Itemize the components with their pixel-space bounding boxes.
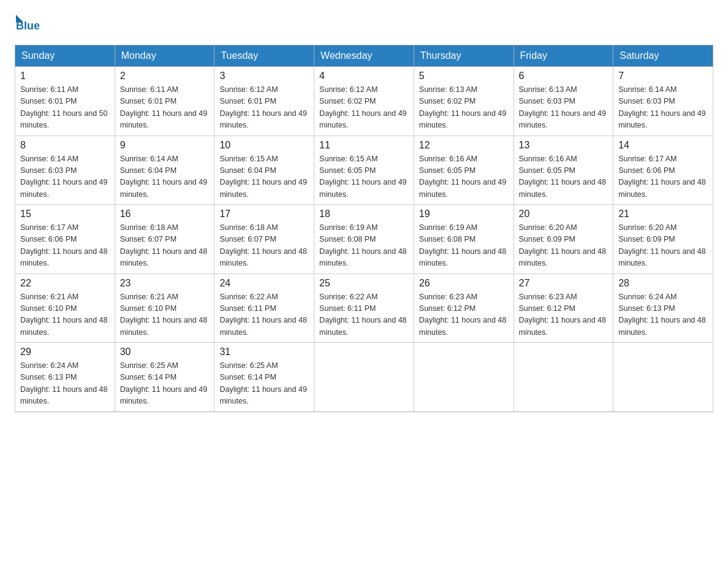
day-info: Sunrise: 6:17 AM Sunset: 6:06 PM Dayligh… — [20, 222, 110, 270]
day-of-week-header: Friday — [514, 45, 613, 67]
day-number: 18 — [319, 209, 409, 220]
day-info: Sunrise: 6:14 AM Sunset: 6:03 PM Dayligh… — [618, 84, 708, 132]
day-number: 13 — [519, 140, 609, 151]
day-number: 6 — [519, 71, 609, 82]
day-number: 31 — [219, 347, 309, 358]
day-info: Sunrise: 6:13 AM Sunset: 6:03 PM Dayligh… — [519, 84, 609, 132]
day-info: Sunrise: 6:12 AM Sunset: 6:01 PM Dayligh… — [219, 84, 309, 132]
day-number: 9 — [120, 140, 210, 151]
day-info: Sunrise: 6:11 AM Sunset: 6:01 PM Dayligh… — [120, 84, 210, 132]
day-info: Sunrise: 6:19 AM Sunset: 6:08 PM Dayligh… — [419, 222, 509, 270]
calendar-day-cell: 29 Sunrise: 6:24 AM Sunset: 6:13 PM Dayl… — [15, 343, 115, 412]
day-number: 28 — [618, 278, 708, 289]
calendar-day-cell: 25 Sunrise: 6:22 AM Sunset: 6:11 PM Dayl… — [314, 274, 414, 343]
day-number: 1 — [20, 71, 110, 82]
calendar-day-cell — [613, 343, 713, 412]
day-of-week-header: Tuesday — [214, 45, 314, 67]
calendar-week-row: 15 Sunrise: 6:17 AM Sunset: 6:06 PM Dayl… — [15, 205, 713, 274]
day-info: Sunrise: 6:19 AM Sunset: 6:08 PM Dayligh… — [319, 222, 409, 270]
day-info: Sunrise: 6:15 AM Sunset: 6:05 PM Dayligh… — [319, 153, 409, 201]
day-info: Sunrise: 6:21 AM Sunset: 6:10 PM Dayligh… — [120, 291, 210, 339]
calendar-day-cell: 11 Sunrise: 6:15 AM Sunset: 6:05 PM Dayl… — [314, 136, 414, 205]
calendar-day-cell: 31 Sunrise: 6:25 AM Sunset: 6:14 PM Dayl… — [214, 343, 314, 412]
calendar-day-cell: 20 Sunrise: 6:20 AM Sunset: 6:09 PM Dayl… — [514, 205, 613, 274]
day-info: Sunrise: 6:18 AM Sunset: 6:07 PM Dayligh… — [219, 222, 309, 270]
calendar-week-row: 8 Sunrise: 6:14 AM Sunset: 6:03 PM Dayli… — [15, 136, 713, 205]
day-number: 20 — [519, 209, 609, 220]
day-number: 17 — [219, 209, 309, 220]
day-number: 16 — [120, 209, 210, 220]
calendar-day-cell — [314, 343, 414, 412]
day-number: 22 — [20, 278, 110, 289]
day-number: 10 — [219, 140, 309, 151]
calendar-day-cell: 3 Sunrise: 6:12 AM Sunset: 6:01 PM Dayli… — [214, 67, 314, 136]
logo-subtitle: Blue — [16, 20, 40, 33]
calendar-week-row: 22 Sunrise: 6:21 AM Sunset: 6:10 PM Dayl… — [15, 274, 713, 343]
day-info: Sunrise: 6:18 AM Sunset: 6:07 PM Dayligh… — [120, 222, 210, 270]
calendar-day-cell: 28 Sunrise: 6:24 AM Sunset: 6:13 PM Dayl… — [613, 274, 713, 343]
day-info: Sunrise: 6:16 AM Sunset: 6:05 PM Dayligh… — [419, 153, 509, 201]
logo: Blue — [15, 15, 40, 33]
calendar-day-cell — [414, 343, 514, 412]
day-number: 21 — [618, 209, 708, 220]
day-info: Sunrise: 6:20 AM Sunset: 6:09 PM Dayligh… — [618, 222, 708, 270]
day-info: Sunrise: 6:25 AM Sunset: 6:14 PM Dayligh… — [120, 360, 210, 408]
day-info: Sunrise: 6:14 AM Sunset: 6:03 PM Dayligh… — [20, 153, 110, 201]
day-info: Sunrise: 6:24 AM Sunset: 6:13 PM Dayligh… — [618, 291, 708, 339]
calendar-day-cell: 21 Sunrise: 6:20 AM Sunset: 6:09 PM Dayl… — [613, 205, 713, 274]
day-of-week-header: Sunday — [15, 45, 115, 67]
calendar-day-cell: 10 Sunrise: 6:15 AM Sunset: 6:04 PM Dayl… — [214, 136, 314, 205]
day-number: 15 — [20, 209, 110, 220]
calendar-day-cell: 9 Sunrise: 6:14 AM Sunset: 6:04 PM Dayli… — [115, 136, 214, 205]
calendar-day-cell: 13 Sunrise: 6:16 AM Sunset: 6:05 PM Dayl… — [514, 136, 613, 205]
day-info: Sunrise: 6:17 AM Sunset: 6:06 PM Dayligh… — [618, 153, 708, 201]
calendar-day-cell: 18 Sunrise: 6:19 AM Sunset: 6:08 PM Dayl… — [314, 205, 414, 274]
day-of-week-header: Saturday — [613, 45, 713, 67]
calendar-day-cell: 2 Sunrise: 6:11 AM Sunset: 6:01 PM Dayli… — [115, 67, 214, 136]
calendar-day-cell: 30 Sunrise: 6:25 AM Sunset: 6:14 PM Dayl… — [115, 343, 214, 412]
day-of-week-header: Wednesday — [314, 45, 414, 67]
calendar-day-cell: 8 Sunrise: 6:14 AM Sunset: 6:03 PM Dayli… — [15, 136, 115, 205]
calendar-day-cell: 12 Sunrise: 6:16 AM Sunset: 6:05 PM Dayl… — [414, 136, 514, 205]
day-number: 5 — [419, 71, 509, 82]
calendar-week-row: 29 Sunrise: 6:24 AM Sunset: 6:13 PM Dayl… — [15, 343, 713, 412]
day-info: Sunrise: 6:15 AM Sunset: 6:04 PM Dayligh… — [219, 153, 309, 201]
day-number: 12 — [419, 140, 509, 151]
calendar-day-cell: 6 Sunrise: 6:13 AM Sunset: 6:03 PM Dayli… — [514, 67, 613, 136]
day-info: Sunrise: 6:23 AM Sunset: 6:12 PM Dayligh… — [519, 291, 609, 339]
calendar-day-cell: 23 Sunrise: 6:21 AM Sunset: 6:10 PM Dayl… — [115, 274, 214, 343]
day-number: 26 — [419, 278, 509, 289]
calendar-day-cell: 16 Sunrise: 6:18 AM Sunset: 6:07 PM Dayl… — [115, 205, 214, 274]
calendar-week-row: 1 Sunrise: 6:11 AM Sunset: 6:01 PM Dayli… — [15, 67, 713, 136]
calendar-header-row: SundayMondayTuesdayWednesdayThursdayFrid… — [15, 45, 713, 67]
day-info: Sunrise: 6:25 AM Sunset: 6:14 PM Dayligh… — [219, 360, 309, 408]
calendar-day-cell: 17 Sunrise: 6:18 AM Sunset: 6:07 PM Dayl… — [214, 205, 314, 274]
calendar-day-cell: 15 Sunrise: 6:17 AM Sunset: 6:06 PM Dayl… — [15, 205, 115, 274]
calendar-day-cell: 22 Sunrise: 6:21 AM Sunset: 6:10 PM Dayl… — [15, 274, 115, 343]
day-number: 8 — [20, 140, 110, 151]
day-number: 23 — [120, 278, 210, 289]
day-number: 11 — [319, 140, 409, 151]
day-info: Sunrise: 6:20 AM Sunset: 6:09 PM Dayligh… — [519, 222, 609, 270]
calendar-table: SundayMondayTuesdayWednesdayThursdayFrid… — [15, 45, 713, 412]
day-info: Sunrise: 6:16 AM Sunset: 6:05 PM Dayligh… — [519, 153, 609, 201]
day-info: Sunrise: 6:22 AM Sunset: 6:11 PM Dayligh… — [319, 291, 409, 339]
day-info: Sunrise: 6:22 AM Sunset: 6:11 PM Dayligh… — [219, 291, 309, 339]
calendar-day-cell: 4 Sunrise: 6:12 AM Sunset: 6:02 PM Dayli… — [314, 67, 414, 136]
calendar-day-cell: 19 Sunrise: 6:19 AM Sunset: 6:08 PM Dayl… — [414, 205, 514, 274]
calendar-day-cell: 7 Sunrise: 6:14 AM Sunset: 6:03 PM Dayli… — [613, 67, 713, 136]
day-number: 19 — [419, 209, 509, 220]
day-of-week-header: Monday — [115, 45, 214, 67]
day-info: Sunrise: 6:21 AM Sunset: 6:10 PM Dayligh… — [20, 291, 110, 339]
calendar-day-cell: 27 Sunrise: 6:23 AM Sunset: 6:12 PM Dayl… — [514, 274, 613, 343]
day-number: 3 — [219, 71, 309, 82]
day-number: 4 — [319, 71, 409, 82]
day-info: Sunrise: 6:23 AM Sunset: 6:12 PM Dayligh… — [419, 291, 509, 339]
day-number: 25 — [319, 278, 409, 289]
day-number: 2 — [120, 71, 210, 82]
day-of-week-header: Thursday — [414, 45, 514, 67]
day-number: 14 — [618, 140, 708, 151]
calendar-day-cell: 24 Sunrise: 6:22 AM Sunset: 6:11 PM Dayl… — [214, 274, 314, 343]
day-number: 7 — [618, 71, 708, 82]
day-info: Sunrise: 6:12 AM Sunset: 6:02 PM Dayligh… — [319, 84, 409, 132]
